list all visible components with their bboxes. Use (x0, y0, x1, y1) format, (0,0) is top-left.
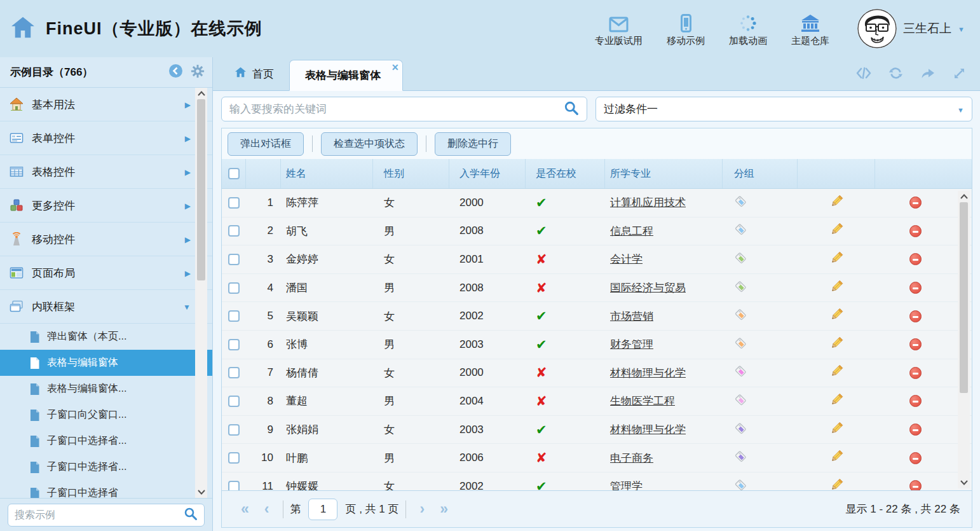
row-checkbox[interactable] (228, 339, 240, 350)
scroll-up-icon[interactable] (958, 191, 970, 202)
sidebar-item-grid-edit-window-2[interactable]: 表格与编辑窗体... (0, 376, 212, 402)
gear-icon[interactable] (191, 64, 205, 81)
tab-grid-edit-window[interactable]: 表格与编辑窗体 (289, 60, 403, 91)
delete-row-icon[interactable] (909, 395, 922, 407)
edit-pencil-icon[interactable] (830, 422, 843, 438)
open-dialog-button[interactable]: 弹出对话框 (228, 132, 304, 156)
delete-row-icon[interactable] (909, 310, 922, 322)
row-checkbox[interactable] (228, 396, 240, 407)
edit-pencil-icon[interactable] (830, 393, 843, 410)
sidebar-group-layout[interactable]: 页面布局 (0, 256, 212, 290)
sidebar-item-child-to-parent[interactable]: 子窗口向父窗口... (0, 402, 212, 428)
column-header-enrolled[interactable]: 是否在校 (526, 159, 605, 188)
column-header-group[interactable]: 分组 (723, 159, 798, 188)
select-all-checkbox[interactable] (228, 168, 240, 179)
sidebar-collapse-button[interactable] (168, 64, 183, 81)
row-checkbox[interactable] (228, 424, 240, 436)
next-page-button[interactable]: › (412, 500, 433, 518)
delete-selected-button[interactable]: 删除选中行 (435, 132, 511, 156)
major-link[interactable]: 生物医学工程 (610, 395, 675, 407)
edit-pencil-icon[interactable] (830, 364, 843, 381)
edit-pencil-icon[interactable] (830, 223, 843, 239)
magnifier-icon[interactable] (184, 507, 198, 523)
header-action-trial[interactable]: 专业版试用 (595, 11, 643, 47)
scroll-up-icon[interactable] (195, 88, 207, 99)
column-header-gender[interactable]: 性别 (373, 159, 449, 188)
share-icon[interactable] (920, 67, 936, 82)
sidebar-group-more[interactable]: 更多控件 (0, 189, 212, 223)
check-selected-button[interactable]: 检查选中项状态 (321, 132, 418, 156)
keyword-search-input[interactable] (229, 103, 564, 116)
sidebar-item-child-select-province-1[interactable]: 子窗口中选择省... (0, 428, 212, 454)
major-link[interactable]: 财务管理 (610, 338, 653, 350)
row-checkbox[interactable] (228, 254, 240, 265)
edit-pencil-icon[interactable] (830, 251, 843, 268)
major-link[interactable]: 市场营销 (610, 310, 653, 322)
major-link[interactable]: 国际经济与贸易 (610, 282, 686, 294)
refresh-icon[interactable] (888, 66, 903, 83)
edit-pencil-icon[interactable] (830, 195, 843, 211)
delete-row-icon[interactable] (909, 197, 922, 209)
tab-home[interactable]: 首页 (219, 57, 289, 90)
edit-pencil-icon[interactable] (830, 478, 843, 490)
sidebar-group-form[interactable]: 表单控件 (0, 121, 212, 155)
delete-row-icon[interactable] (909, 225, 922, 237)
filter-dropdown[interactable]: 过滤条件一 (595, 97, 972, 121)
row-checkbox[interactable] (228, 310, 240, 322)
delete-row-icon[interactable] (909, 424, 922, 436)
major-link[interactable]: 管理学 (610, 480, 643, 490)
major-link[interactable]: 信息工程 (610, 225, 653, 237)
sidebar-group-basics[interactable]: 基本用法 (0, 88, 212, 121)
row-checkbox[interactable] (228, 367, 240, 378)
close-tab-icon[interactable] (391, 61, 398, 74)
delete-row-icon[interactable] (909, 367, 922, 379)
sidebar-group-iframe[interactable]: 内联框架 (0, 290, 212, 324)
scrollbar-thumb[interactable] (960, 202, 968, 393)
first-page-button[interactable]: « (233, 500, 257, 518)
delete-row-icon[interactable] (909, 480, 922, 490)
fullscreen-icon[interactable] (953, 67, 966, 83)
edit-pencil-icon[interactable] (830, 450, 843, 466)
row-checkbox[interactable] (228, 197, 240, 209)
major-link[interactable]: 材料物理与化学 (610, 367, 686, 379)
row-checkbox[interactable] (228, 225, 240, 237)
sidebar-item-popup-window[interactable]: 弹出窗体（本页... (0, 324, 212, 350)
sidebar-item-grid-edit-window[interactable]: 表格与编辑窗体 (0, 350, 212, 376)
delete-row-icon[interactable] (909, 253, 922, 265)
header-action-themes[interactable]: 主题仓库 (791, 11, 829, 47)
row-checkbox[interactable] (228, 282, 240, 294)
magnifier-icon[interactable] (564, 100, 579, 118)
sidebar-group-grid[interactable]: 表格控件 (0, 155, 212, 189)
delete-row-icon[interactable] (909, 282, 922, 294)
column-header-year[interactable]: 入学年份 (449, 159, 526, 188)
scroll-down-icon[interactable] (958, 477, 970, 488)
code-icon[interactable] (856, 67, 871, 82)
column-header-index[interactable] (246, 159, 281, 188)
sidebar-item-child-select-province-3[interactable]: 子窗口中选择省 (0, 480, 212, 498)
scroll-down-icon[interactable] (195, 486, 207, 498)
major-link[interactable]: 会计学 (610, 253, 643, 265)
sidebar-scrollbar[interactable] (195, 88, 207, 498)
header-action-loading[interactable]: 加载动画 (729, 11, 767, 47)
scrollbar-thumb[interactable] (197, 99, 205, 280)
last-page-button[interactable]: » (432, 500, 456, 518)
edit-pencil-icon[interactable] (830, 308, 843, 324)
prev-page-button[interactable]: ‹ (257, 500, 277, 518)
grid-scrollbar[interactable] (958, 191, 970, 488)
row-checkbox[interactable] (228, 452, 240, 464)
column-header-name[interactable]: 姓名 (281, 159, 373, 188)
major-link[interactable]: 电子商务 (610, 452, 653, 464)
column-header-major[interactable]: 所学专业 (605, 159, 723, 188)
sidebar-group-mobile[interactable]: 移动控件 (0, 223, 212, 256)
row-checkbox[interactable] (228, 481, 240, 490)
page-number-input[interactable] (308, 499, 337, 520)
user-menu[interactable]: 三生石上 (857, 9, 965, 48)
edit-pencil-icon[interactable] (830, 336, 843, 353)
edit-pencil-icon[interactable] (830, 280, 843, 296)
sidebar-item-child-select-province-2[interactable]: 子窗口中选择省... (0, 454, 212, 480)
major-link[interactable]: 材料物理与化学 (610, 424, 686, 436)
major-link[interactable]: 计算机应用技术 (610, 197, 686, 209)
delete-row-icon[interactable] (909, 338, 922, 350)
delete-row-icon[interactable] (909, 452, 922, 464)
header-action-mobile[interactable]: 移动示例 (667, 11, 705, 47)
